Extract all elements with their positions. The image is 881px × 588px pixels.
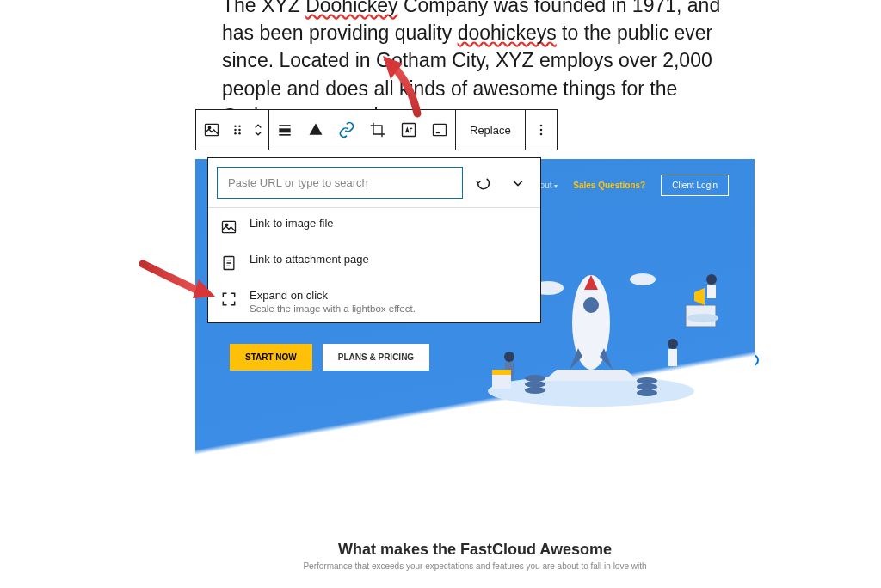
link-popover: Link to image file Link to attachment pa… <box>207 157 541 323</box>
move-icon[interactable] <box>248 110 268 150</box>
svg-point-30 <box>525 381 545 388</box>
fullscreen-icon <box>220 291 237 308</box>
preview-nav: out ▾ Sales Questions? Client Login <box>540 175 729 196</box>
expand-on-click-option[interactable]: Expand on click Scale the image with a l… <box>208 280 540 322</box>
align-icon[interactable] <box>269 110 300 150</box>
svg-point-7 <box>238 132 241 135</box>
preview-heading: What makes the FastCloud Awesome <box>195 541 755 559</box>
svg-rect-9 <box>279 128 290 132</box>
svg-point-23 <box>668 339 678 349</box>
svg-point-3 <box>238 126 241 128</box>
preview-nav-login: Client Login <box>661 175 729 196</box>
page-icon <box>220 254 237 272</box>
annotation-arrow-top <box>370 52 430 120</box>
svg-point-15 <box>539 133 542 136</box>
svg-point-32 <box>637 377 657 384</box>
replace-button[interactable]: Replace <box>456 110 525 150</box>
svg-point-5 <box>238 129 241 132</box>
preview-nav-about: out ▾ <box>540 181 558 190</box>
image-block-icon[interactable] <box>196 110 227 150</box>
svg-point-33 <box>637 383 657 390</box>
svg-point-20 <box>630 273 656 285</box>
svg-rect-38 <box>223 221 236 232</box>
option-label: Link to image file <box>250 217 334 230</box>
svg-point-21 <box>504 352 514 362</box>
preview-nav-sales: Sales Questions? <box>573 181 645 190</box>
svg-rect-10 <box>279 134 290 136</box>
svg-point-31 <box>525 387 545 394</box>
link-search-row <box>208 158 540 208</box>
svg-point-4 <box>234 129 237 132</box>
svg-point-1 <box>208 126 211 129</box>
image-icon <box>220 218 237 236</box>
more-options-icon[interactable] <box>526 110 557 150</box>
svg-point-14 <box>539 129 542 132</box>
annotation-arrow-left <box>136 254 222 305</box>
svg-point-34 <box>637 389 657 396</box>
link-icon[interactable] <box>331 110 362 150</box>
preview-start-now-button: START NOW <box>230 344 312 371</box>
svg-rect-28 <box>492 370 511 375</box>
svg-point-6 <box>234 132 237 135</box>
svg-point-18 <box>583 297 599 313</box>
submit-link-icon[interactable] <box>470 169 497 197</box>
option-description: Scale the image with a lightbox effect. <box>250 303 416 314</box>
svg-rect-0 <box>206 124 219 135</box>
svg-rect-8 <box>279 125 290 126</box>
svg-point-39 <box>225 224 228 226</box>
option-label: Expand on click <box>250 289 416 302</box>
preview-subheading: Performance that exceeds your expectatio… <box>195 561 755 571</box>
link-to-image-file-option[interactable]: Link to image file <box>208 208 540 244</box>
drag-handle-icon[interactable] <box>227 110 248 150</box>
preview-plans-button: PLANS & PRICING <box>323 344 429 371</box>
svg-rect-36 <box>707 285 716 298</box>
link-url-input[interactable] <box>217 167 463 199</box>
svg-point-2 <box>234 126 237 128</box>
link-options-chevron-icon[interactable] <box>504 169 532 197</box>
svg-rect-11 <box>403 124 416 137</box>
filter-icon[interactable] <box>300 110 331 150</box>
svg-point-37 <box>687 314 718 322</box>
svg-rect-12 <box>434 124 447 135</box>
link-to-attachment-option[interactable]: Link to attachment page <box>208 244 540 280</box>
svg-point-35 <box>706 274 717 285</box>
svg-rect-24 <box>668 349 677 366</box>
svg-point-13 <box>539 125 542 127</box>
svg-point-29 <box>525 375 545 382</box>
option-label: Link to attachment page <box>250 253 369 266</box>
preview-cta-row: START NOW PLANS & PRICING <box>230 344 429 371</box>
